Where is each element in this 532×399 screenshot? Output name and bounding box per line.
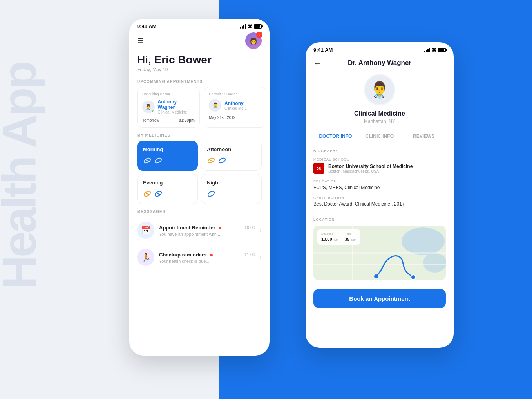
doc-name-2: Anthony	[224, 101, 247, 106]
doctor-page-title: Dr. Anthony Wagner	[348, 59, 411, 67]
right-status-bar: 9:41 AM ⌘	[306, 42, 454, 56]
appt-doctor-row-1: 👨‍⚕️ Anthony Wagner Clinical Medicine	[142, 99, 195, 114]
svg-point-5	[218, 157, 226, 164]
pill-icon-6	[154, 190, 163, 198]
education-item: EDUCATION FCPS, MBBS, Clinical Medicine	[313, 179, 446, 190]
msg-preview-1: You have an appointment with ...	[159, 232, 255, 237]
med-night-icons	[207, 190, 215, 198]
svg-line-4	[209, 159, 214, 162]
chevron-icon-2: ›	[260, 254, 262, 260]
appt-date-1: Tomorrow	[142, 118, 159, 123]
battery-icon	[254, 24, 262, 29]
med-card-afternoon[interactable]: Afternoon	[201, 141, 262, 171]
tab-reviews[interactable]: REVIEWS	[402, 130, 446, 143]
med-morning-label: Morning	[143, 146, 163, 152]
pill-icon-5	[143, 190, 152, 198]
doc-name-1: Anthony Wagner	[158, 99, 195, 110]
svg-point-2	[154, 157, 163, 164]
left-time: 9:41 AM	[137, 23, 156, 29]
appt-date-2: May 21st. 2019	[209, 116, 235, 120]
doctor-main-name: Clinical Medicine	[354, 110, 405, 117]
msg-title-row-2: Checkup reminders 11:00	[159, 251, 255, 258]
doc-specialty-2: Clinical Me...	[224, 106, 247, 110]
medical-school-item: MEDICAL SCHOOL BU Boston University Scho…	[313, 157, 446, 174]
msg-content-2: Checkup reminders 11:00 Your health chec…	[159, 251, 255, 264]
online-dot-1	[152, 110, 155, 113]
message-item-1[interactable]: 📅 Appointment Reminder 10:00 You have an…	[137, 217, 262, 244]
appt-footer-1: Tomorrow 03:30pm	[142, 118, 195, 123]
svg-point-19	[411, 275, 416, 280]
appointment-card-1[interactable]: Consulting Doctor 👨‍⚕️ Anthony Wagner Cl…	[137, 87, 200, 128]
pill-icon-7	[207, 190, 215, 198]
doctor-location: Manhattan, NY	[364, 119, 395, 124]
map-container[interactable]: Distance 10.00 KM Time 35 Min	[313, 226, 446, 280]
map-distance: Distance 10.00 KM	[321, 232, 338, 242]
msg-title-2: Checkup reminders	[159, 252, 206, 258]
appt-time-1: 03:30pm	[179, 118, 195, 123]
distance-value-row: 10.00 KM	[321, 235, 338, 242]
greeting: Hi, Eric Bower Friday, May 19	[129, 54, 270, 74]
msg-title-row-1: Appointment Reminder 10:00	[159, 224, 255, 231]
right-phone: 9:41 AM ⌘ ← Dr. Anthony Wagner 👨‍⚕️ Clin…	[306, 42, 454, 348]
svg-point-18	[374, 274, 378, 278]
signal-icon	[240, 24, 246, 29]
certification-label: CERTIFICATION	[313, 196, 446, 200]
svg-line-7	[145, 193, 150, 195]
pill-icon-3	[207, 156, 215, 165]
distance-value: 10.00	[321, 237, 332, 242]
appointment-card-2[interactable]: Consulting Doctor 👨‍⚕️ Anthony Clinical …	[204, 87, 266, 128]
pill-icon-4	[218, 156, 226, 165]
med-card-morning[interactable]: Morning	[137, 141, 198, 171]
education-text: FCPS, MBBS, Clinical Medicine	[313, 185, 446, 190]
svg-point-13	[423, 253, 446, 273]
med-card-night[interactable]: Night	[201, 174, 262, 204]
time-value: 35	[345, 237, 349, 242]
medicines-section-title: MY MEDICINES	[129, 128, 270, 141]
menu-icon[interactable]: ☰	[137, 36, 143, 45]
tab-clinic-info[interactable]: CLINIC INFO	[358, 130, 402, 143]
time-value-row: 35 Min	[345, 235, 356, 242]
school-details: Boston University School of Medicine Bos…	[328, 164, 413, 173]
distance-label: Distance	[321, 232, 338, 235]
avatar-face: 👩	[250, 37, 257, 45]
appt-footer-2: May 21st. 2019	[209, 116, 261, 120]
tab-doctor-info[interactable]: DOCTOR INFO	[313, 130, 358, 143]
right-wifi-icon: ⌘	[432, 47, 436, 53]
back-button[interactable]: ←	[313, 59, 321, 68]
doctor-avatar-large: 👨‍⚕️	[364, 74, 395, 105]
map-stats: Distance 10.00 KM Time 35 Min	[317, 229, 360, 245]
med-morning-icons	[143, 156, 163, 165]
msg-time-1: 10:00	[244, 225, 255, 230]
doc-avatar-2: 👨‍⚕️	[209, 99, 221, 112]
education-label: EDUCATION	[313, 179, 446, 183]
biography-section: BIOGRAPHY MEDICAL SCHOOL BU Boston Unive…	[306, 143, 454, 218]
right-battery-icon	[438, 48, 446, 52]
notification-badge: 6	[256, 32, 262, 38]
doctor-profile: 👨‍⚕️ Clinical Medicine Manhattan, NY	[306, 70, 454, 130]
location-section: LOCATION Distance 10.00 KM Time 35 Min	[306, 218, 454, 286]
med-card-evening[interactable]: Evening	[137, 174, 198, 204]
right-signal-icon	[424, 48, 430, 52]
left-phone: 9:41 AM ⌘ ☰ 👩 6 Hi, Eric Bower Friday, M	[129, 19, 270, 356]
msg-icon-2: 🏃	[137, 249, 154, 266]
greeting-date: Friday, May 19	[137, 67, 262, 72]
medical-school-content: BU Boston University School of Medicine …	[313, 163, 446, 174]
msg-icon-1: 📅	[137, 222, 154, 239]
message-item-2[interactable]: 🏃 Checkup reminders 11:00 Your health ch…	[137, 244, 262, 271]
messages-section-title: MESSSAGES	[129, 204, 270, 217]
wifi-icon: ⌘	[248, 24, 252, 29]
med-night-label: Night	[207, 180, 220, 186]
left-header: ☰ 👩 6	[129, 32, 270, 54]
book-appointment-button[interactable]: Book an Appointment	[313, 289, 446, 308]
location-title: LOCATION	[313, 218, 446, 222]
msg-title-wrapper-1: Appointment Reminder	[159, 224, 221, 231]
pill-icon-2	[154, 156, 163, 165]
left-status-bar: 9:41 AM ⌘	[129, 19, 270, 32]
time-label: Time	[345, 232, 356, 235]
doctor-tabs: DOCTOR INFO CLINIC INFO REVIEWS	[306, 130, 454, 143]
avatar[interactable]: 👩 6	[245, 32, 262, 49]
med-evening-label: Evening	[143, 180, 163, 186]
right-status-icons: ⌘	[424, 47, 446, 53]
doc-avatar-1: 👨‍⚕️	[142, 101, 155, 113]
msg-title-1: Appointment Reminder	[159, 225, 215, 231]
